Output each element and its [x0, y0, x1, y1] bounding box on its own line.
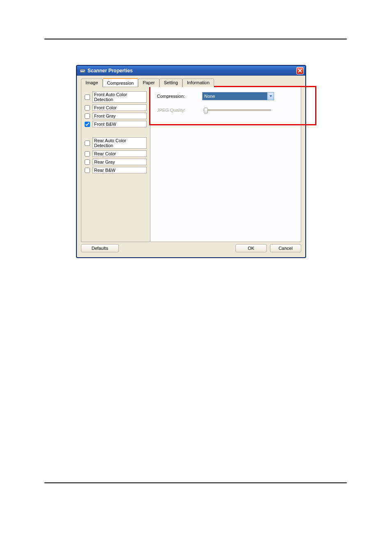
front-auto-color-label[interactable]: Front Auto Color Detection	[92, 91, 147, 103]
svg-point-2	[84, 71, 85, 72]
front-auto-color-checkbox[interactable]	[85, 95, 90, 100]
scanner-icon	[79, 67, 86, 74]
rear-auto-color-label[interactable]: Rear Auto Color Detection	[92, 137, 147, 149]
front-gray-row: Front Gray	[85, 113, 147, 119]
tab-panel: Front Auto Color Detection Front Color F…	[81, 87, 301, 242]
rear-auto-color-checkbox[interactable]	[85, 141, 90, 146]
front-bw-row: Front B&W	[85, 121, 147, 127]
tab-row: Image Compression Paper Setting Informat…	[81, 78, 305, 87]
rear-bw-row: Rear B&W	[85, 167, 147, 173]
rear-gray-row: Rear Gray	[85, 159, 147, 165]
right-buttons: OK Cancel	[235, 244, 301, 252]
rear-auto-color-row: Rear Auto Color Detection	[85, 137, 147, 149]
rear-gray-label[interactable]: Rear Gray	[92, 159, 147, 165]
compression-select[interactable]: None	[202, 92, 274, 100]
defaults-button[interactable]: Defaults	[81, 244, 119, 252]
dialog-title: Scanner Properties	[88, 68, 133, 74]
front-group: Front Auto Color Detection Front Color F…	[85, 91, 147, 127]
rear-bw-checkbox[interactable]	[85, 168, 90, 173]
rear-gray-checkbox[interactable]	[85, 159, 90, 165]
dialog-button-row: Defaults OK Cancel	[81, 244, 301, 252]
cancel-button[interactable]: Cancel	[270, 244, 301, 252]
rear-color-label[interactable]: Rear Color	[92, 150, 147, 157]
front-color-label[interactable]: Front Color	[92, 104, 147, 111]
front-auto-color-row: Front Auto Color Detection	[85, 91, 147, 103]
ok-button[interactable]: OK	[235, 244, 267, 252]
page-bottom-divider	[44, 482, 347, 483]
compression-settings-pane: Compression: None JPEG Quality:	[150, 87, 301, 242]
jpeg-quality-row: JPEG Quality:	[157, 108, 294, 113]
compression-label: Compression:	[157, 94, 202, 99]
jpeg-quality-slider[interactable]	[203, 109, 271, 111]
image-selection-pane: Front Auto Color Detection Front Color F…	[81, 87, 150, 242]
front-color-checkbox[interactable]	[85, 105, 90, 111]
close-button[interactable]	[296, 67, 304, 74]
tab-paper[interactable]: Paper	[138, 78, 159, 87]
compression-value: None	[204, 94, 215, 99]
titlebar: Scanner Properties	[77, 66, 305, 76]
page-top-divider	[44, 39, 347, 39]
scanner-properties-dialog: Scanner Properties Image Compression Pap…	[76, 65, 306, 258]
rear-color-checkbox[interactable]	[85, 151, 90, 157]
compression-row: Compression: None	[157, 92, 294, 100]
front-bw-checkbox[interactable]	[85, 122, 90, 127]
front-bw-label[interactable]: Front B&W	[92, 121, 147, 127]
front-color-row: Front Color	[85, 104, 147, 111]
tab-setting[interactable]: Setting	[159, 78, 182, 87]
chevron-down-icon	[267, 92, 274, 100]
rear-bw-label[interactable]: Rear B&W	[92, 167, 147, 173]
tab-image[interactable]: Image	[81, 78, 103, 87]
rear-color-row: Rear Color	[85, 150, 147, 157]
svg-rect-1	[81, 70, 84, 71]
front-gray-checkbox[interactable]	[85, 113, 90, 119]
tab-compression[interactable]: Compression	[103, 78, 138, 87]
jpeg-quality-label: JPEG Quality:	[157, 108, 202, 113]
titlebar-left: Scanner Properties	[79, 67, 133, 74]
tab-information[interactable]: Information	[182, 78, 214, 87]
front-gray-label[interactable]: Front Gray	[92, 113, 147, 119]
slider-thumb[interactable]	[204, 108, 208, 113]
rear-group: Rear Auto Color Detection Rear Color Rea…	[85, 137, 147, 173]
